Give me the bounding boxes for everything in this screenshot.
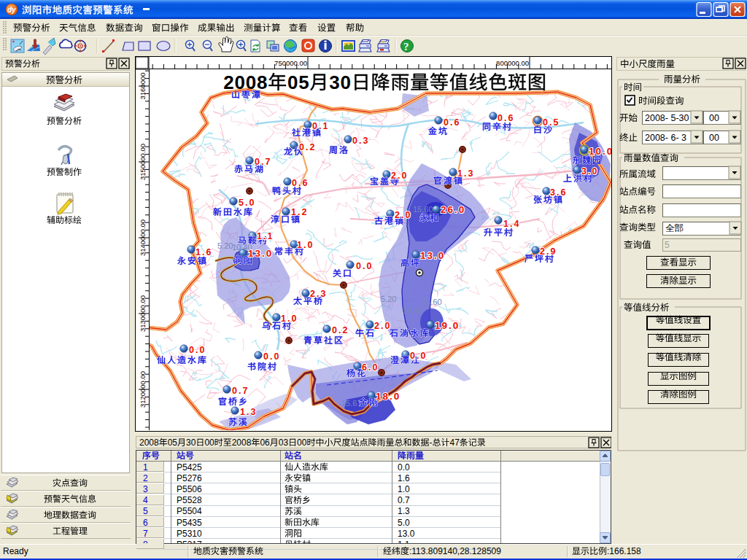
svg-text:3.6: 3.6 [550,187,567,198]
svg-text:3160000: 3160000 [139,73,147,100]
svg-text:2.9: 2.9 [540,246,557,257]
svg-text:30: 30 [329,71,352,93]
svg-text:5: 5 [143,506,148,516]
svg-text:13.0: 13.0 [248,248,273,259]
svg-text:3130000.00: 3130000.00 [139,295,147,332]
svg-text::166.158: :166.158 [607,546,641,556]
svg-text:P5504: P5504 [177,506,202,516]
svg-text:1.2: 1.2 [291,207,308,217]
svg-text:1.6: 1.6 [196,247,212,257]
svg-text:P5506: P5506 [177,484,202,494]
svg-text:0.0: 0.0 [263,351,280,362]
svg-text:0.2: 0.2 [299,142,316,152]
svg-text:3.0: 3.0 [581,166,598,176]
svg-text:15.60: 15.60 [413,205,433,214]
svg-text:19.0: 19.0 [435,320,460,331]
svg-text:5.20: 5.20 [381,295,396,303]
svg-text:3120000.00: 3120000.00 [139,371,147,408]
svg-text:00: 00 [709,133,719,143]
svg-text:dy: dy [7,6,16,14]
svg-text:00: 00 [204,438,214,448]
svg-text:18.0: 18.0 [376,391,400,402]
svg-text:5.20: 5.20 [217,241,233,250]
svg-text:0.7: 0.7 [398,495,410,505]
svg-text:P5317: P5317 [177,540,202,550]
svg-text:?: ? [403,41,409,52]
svg-text:2.0: 2.0 [395,210,411,220]
svg-text:05: 05 [287,71,310,93]
svg-text:3140000.00: 3140000.00 [139,219,147,256]
svg-text:6.0: 6.0 [362,362,379,373]
svg-text:0.1: 0.1 [312,121,329,131]
svg-text:0.0: 0.0 [398,462,410,472]
svg-text:15.6: 15.6 [341,399,357,408]
svg-text:1.0: 1.0 [297,240,314,250]
svg-text:13.0: 13.0 [420,250,445,261]
svg-text:0.0: 0.0 [356,261,373,271]
svg-text:2.3: 2.3 [310,289,327,299]
svg-text:1.6: 1.6 [398,473,410,483]
svg-text:2008: 2008 [223,71,268,93]
svg-text:0.6: 0.6 [292,178,309,188]
svg-text:1.3: 1.3 [457,168,474,179]
svg-text:05: 05 [168,438,178,448]
svg-text:0.2: 0.2 [332,325,349,335]
svg-text:5.0: 5.0 [239,198,255,208]
svg-text:P5435: P5435 [177,518,202,528]
svg-text:7: 7 [143,529,148,539]
svg-text:5.0: 5.0 [398,518,410,528]
svg-text:2.0: 2.0 [391,171,408,181]
svg-text:1.3: 1.3 [398,506,410,516]
svg-text:10.0: 10.0 [589,146,614,157]
svg-text:8: 8 [143,540,148,550]
svg-text:Ready: Ready [3,546,28,556]
svg-text:15.60: 15.60 [422,298,442,306]
svg-text::113.809140,28.128509: :113.809140,28.128509 [409,546,501,556]
svg-text:0.3: 0.3 [352,136,369,146]
svg-text:1.0: 1.0 [281,314,298,324]
svg-text:1: 1 [143,462,148,472]
svg-text:03: 03 [279,438,289,448]
svg-text:750000.00: 750000.00 [274,59,307,67]
svg-text:00: 00 [297,438,307,448]
svg-text:10.40: 10.40 [403,306,423,315]
svg-text:5: 5 [665,240,670,250]
svg-text:47: 47 [450,438,460,448]
svg-text:13.0: 13.0 [398,529,415,539]
svg-text:P5425: P5425 [177,462,202,472]
svg-text:0.7: 0.7 [255,157,271,167]
svg-text:1.1: 1.1 [257,231,274,241]
svg-text:6: 6 [143,518,148,528]
svg-text:1.0: 1.0 [398,484,410,494]
svg-text:3: 3 [143,484,148,494]
svg-text:2: 2 [143,473,148,483]
svg-text:0.6: 0.6 [444,117,460,128]
svg-text:4: 4 [143,495,148,505]
svg-text:0.0: 0.0 [410,351,427,361]
svg-text:1.4: 1.4 [503,219,520,229]
svg-text:0.6: 0.6 [498,113,514,123]
svg-text:30: 30 [186,438,196,448]
svg-text:0.5: 0.5 [543,117,560,128]
svg-text:全部: 全部 [665,223,684,233]
svg-text:00: 00 [709,113,719,123]
svg-text:26.0: 26.0 [441,204,465,215]
svg-text:P5310: P5310 [177,529,202,539]
svg-text:P5528: P5528 [177,495,202,505]
svg-text:3150000.00: 3150000.00 [139,144,147,180]
svg-text:0.0: 0.0 [189,345,206,355]
svg-text:1.3: 1.3 [240,407,257,417]
svg-text:800000.00: 800000.00 [496,59,529,67]
svg-text:-: - [430,438,433,448]
svg-text:2.0: 2.0 [374,321,391,331]
svg-text:0.7: 0.7 [232,386,249,396]
svg-text:2008- 5-30: 2008- 5-30 [645,113,689,123]
svg-text:P5276: P5276 [177,473,202,483]
svg-text:06: 06 [260,438,270,448]
svg-text:2008: 2008 [139,438,159,448]
svg-text:2008: 2008 [232,438,252,448]
svg-text:2008- 6- 3: 2008- 6- 3 [645,133,686,143]
